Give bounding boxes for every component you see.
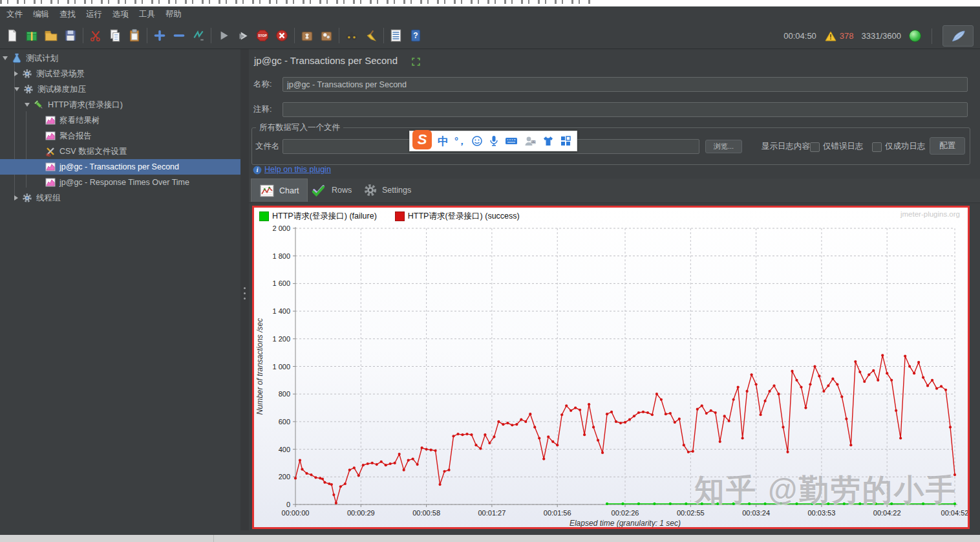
templates-icon[interactable] [22,26,41,45]
log-content-label: 显示日志内容: [762,139,812,154]
listener-chart-icon [45,131,56,141]
menu-search[interactable]: 查找 [54,6,81,23]
menu-run[interactable]: 运行 [81,6,107,23]
tree-item-test-plan[interactable]: 测试计划 [0,50,240,66]
menu-options[interactable]: 选项 [107,6,134,23]
stop-sign-icon[interactable]: STOP [253,26,272,45]
help-plugin-link[interactable]: Help on this plugin [264,165,331,174]
tree-item-stepping-load[interactable]: 测试梯度加压 [0,81,240,97]
svg-text:?: ? [413,31,418,40]
punctuation-icon[interactable]: °， [454,135,465,147]
error-count: 378 [840,31,854,41]
panel-splitter[interactable] [240,49,249,530]
configure-button[interactable]: 配置 [930,137,965,155]
tree-item-thread-group[interactable]: 线程组 [0,190,240,206]
taskbar-divider [213,535,214,542]
remove-icon[interactable] [169,26,189,45]
new-file-icon[interactable] [3,26,22,45]
tree-item-http-request[interactable]: HTTP请求(登录接口) [0,97,240,113]
svg-text:00:00:00: 00:00:00 [282,509,310,517]
filename-label: 文件名 [255,139,280,154]
toolbox-grid-icon[interactable] [560,135,571,147]
tab-rows[interactable]: Rows [303,179,359,202]
groupbox-title: 所有数据写入一个文件 [256,122,343,133]
tab-settings[interactable]: Settings [356,179,419,202]
elapsed-timer: 00:04:50 [783,31,816,41]
menu-tools[interactable]: 工具 [134,6,160,23]
expand-arrow-icon[interactable] [14,195,18,201]
help-icon[interactable]: ? [406,26,425,45]
keyboard-icon[interactable] [505,136,518,146]
ime-toolbar: S 中 °， 2E [409,131,577,151]
svg-text:1 200: 1 200 [272,335,290,343]
expand-arrow-icon[interactable] [14,71,18,76]
paste-icon[interactable] [125,26,144,45]
handwriting-person-icon[interactable]: 2E [524,135,537,147]
skin-tshirt-icon[interactable] [542,135,554,147]
cleanup-all-icon[interactable] [317,26,336,45]
svg-text:0: 0 [286,501,290,508]
http-sampler-syringe-icon [34,100,44,110]
svg-text:!: ! [829,34,831,41]
svg-text:600: 600 [279,418,290,426]
copy-icon[interactable] [105,26,125,45]
comment-label: 注释: [253,102,272,117]
cleanup-results-icon[interactable] [297,26,317,45]
csv-config-icon [45,146,56,157]
comment-input[interactable] [282,102,968,117]
running-led-icon [909,30,921,42]
maximize-panel-icon[interactable] [411,57,421,67]
svg-text:1 600: 1 600 [272,279,290,287]
info-icon: i [253,166,262,175]
menu-help[interactable]: 帮助 [160,6,187,23]
open-file-icon[interactable] [41,26,61,45]
menu-file[interactable]: 文件 [1,6,28,23]
tree-item-transactions-per-second[interactable]: jp@gc - Transactions per Second [0,159,240,175]
svg-text:1 000: 1 000 [272,363,290,371]
watermark-text: 知乎 @勤劳的小手 [694,470,957,510]
tree-item-aggregate-report[interactable]: 聚合报告 [0,128,240,144]
collapse-arrow-icon[interactable] [25,103,30,107]
apache-feather-button[interactable] [943,25,974,47]
jmeter-plugins-brand: jmeter-plugins.org [900,210,960,218]
tree-item-view-results-tree[interactable]: 察看结果树 [0,113,240,128]
name-label: 名称: [253,77,272,92]
tree-item-login-scenario[interactable]: 测试登录场景 [0,66,240,81]
errors-only-checkbox[interactable] [810,142,820,152]
legend-success: HTTP请求(登录接口) (success) [395,211,520,222]
success-only-checkbox[interactable] [872,142,882,152]
svg-text:2 000: 2 000 [272,226,290,232]
svg-text:00:01:56: 00:01:56 [544,509,571,517]
mic-icon[interactable] [489,135,499,147]
shutdown-icon[interactable] [272,26,292,45]
tree-item-response-times-over-time[interactable]: jp@gc - Response Times Over Time [0,175,240,190]
collapse-arrow-icon[interactable] [3,56,8,60]
toggle-icon[interactable] [189,26,208,45]
listener-chart-icon [45,177,56,188]
cut-icon[interactable] [86,26,105,45]
errors-only-label: 仅错误日志 [823,139,864,154]
tab-chart[interactable]: Chart [251,179,308,202]
failure-swatch-icon [259,211,269,221]
svg-text:i: i [257,167,259,173]
save-icon[interactable] [61,26,80,45]
clear-icon[interactable] [361,26,381,45]
start-icon[interactable] [214,26,233,45]
chinese-mode-icon[interactable]: 中 [438,134,449,149]
start-no-pauses-icon[interactable] [233,26,253,45]
name-input[interactable] [282,77,968,92]
listener-chart-icon [45,162,56,172]
tree-item-csv-data-set[interactable]: CSV 数据文件设置 [0,144,240,159]
collapse-arrow-icon[interactable] [14,87,19,91]
function-helper-icon[interactable] [387,26,406,45]
search-icon[interactable] [342,26,361,45]
log-errors-indicator[interactable]: ! 378 [824,30,854,43]
sogou-logo-icon[interactable]: S [412,130,432,149]
browse-button[interactable]: 浏览... [705,140,742,153]
menu-edit[interactable]: 编辑 [28,6,54,23]
add-icon[interactable] [150,26,169,45]
emoji-icon[interactable] [471,135,483,147]
legend-failure: HTTP请求(登录接口) (failure) [259,211,377,222]
svg-text:00:01:27: 00:01:27 [478,509,506,517]
titlebar-text-fragment [0,0,595,4]
